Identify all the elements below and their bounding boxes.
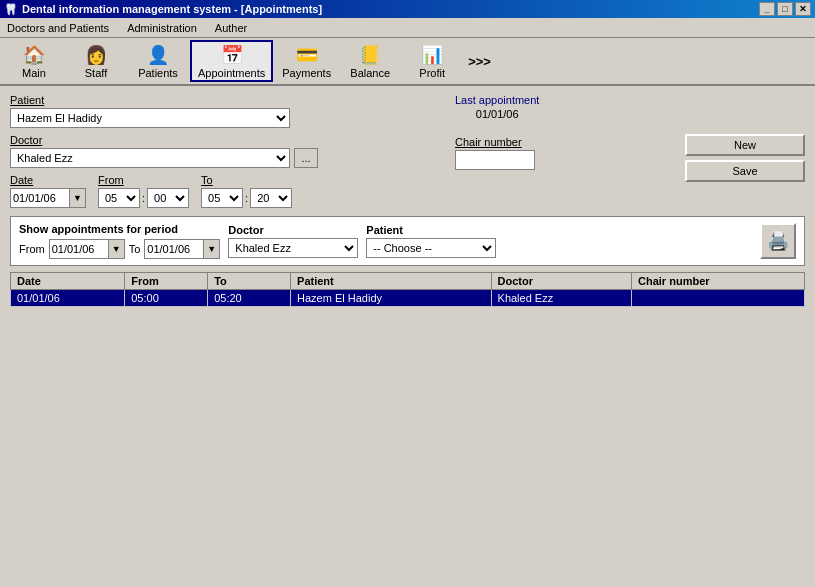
to-colon: : bbox=[245, 192, 248, 204]
staff-icon: 👩 bbox=[84, 43, 108, 66]
save-button[interactable]: Save bbox=[685, 160, 805, 182]
to-time-row: 05 : 20 bbox=[201, 188, 292, 208]
home-icon: 🏠 bbox=[22, 43, 46, 66]
col-chair: Chair number bbox=[632, 273, 805, 290]
appointments-table: Date From To Patient Doctor Chair number… bbox=[10, 272, 805, 307]
form-left: Patient Hazem El Hadidy Doctor Khaled Ez… bbox=[10, 94, 445, 208]
period-to-label: To bbox=[129, 243, 141, 255]
cell-to: 05:20 bbox=[208, 290, 291, 307]
period-from-input-wrap: ▼ bbox=[49, 239, 125, 259]
patient-select[interactable]: Hazem El Hadidy bbox=[10, 108, 290, 128]
period-from-arrow[interactable]: ▼ bbox=[109, 239, 125, 259]
title-bar-left: 🦷 Dental information management system -… bbox=[4, 3, 322, 16]
print-button[interactable]: 🖨️ bbox=[760, 223, 796, 259]
datetime-row: Date ▼ From 05 : 00 bbox=[10, 174, 445, 208]
table-header-row: Date From To Patient Doctor Chair number bbox=[11, 273, 805, 290]
to-hour-select[interactable]: 05 bbox=[201, 188, 243, 208]
period-patient-label: Patient bbox=[366, 224, 496, 236]
cell-from: 05:00 bbox=[125, 290, 208, 307]
minimize-button[interactable]: _ bbox=[759, 2, 775, 16]
chair-group: Chair number bbox=[455, 136, 535, 170]
payments-icon: 💳 bbox=[295, 43, 319, 66]
table-body: 01/01/0605:0005:20Hazem El HadidyKhaled … bbox=[11, 290, 805, 307]
cell-patient: Hazem El Hadidy bbox=[291, 290, 491, 307]
table-row[interactable]: 01/01/0605:0005:20Hazem El HadidyKhaled … bbox=[11, 290, 805, 307]
date-group: Date ▼ bbox=[10, 174, 86, 208]
menu-auther[interactable]: Auther bbox=[212, 21, 250, 35]
title-bar-text: Dental information management system - [… bbox=[22, 3, 322, 15]
table-header: Date From To Patient Doctor Chair number bbox=[11, 273, 805, 290]
toolbar-staff-button[interactable]: 👩 Staff bbox=[66, 40, 126, 82]
period-doctor-group: Doctor Khaled Ezz bbox=[228, 224, 358, 258]
toolbar-more-button[interactable]: >>> bbox=[464, 50, 495, 73]
period-patient-select[interactable]: -- Choose -- Hazem El Hadidy bbox=[366, 238, 496, 258]
toolbar-balance-button[interactable]: 📒 Balance bbox=[340, 40, 400, 82]
cell-chair bbox=[632, 290, 805, 307]
last-appt-label: Last appointment bbox=[455, 94, 539, 106]
form-actions: New Save bbox=[685, 94, 805, 208]
form-right: Last appointment 01/01/06 Chair number bbox=[455, 94, 675, 208]
date-dropdown-arrow[interactable]: ▼ bbox=[70, 188, 86, 208]
title-bar: 🦷 Dental information management system -… bbox=[0, 0, 815, 18]
doctor-select[interactable]: Khaled Ezz bbox=[10, 148, 290, 168]
maximize-button[interactable]: □ bbox=[777, 2, 793, 16]
close-button[interactable]: ✕ bbox=[795, 2, 811, 16]
period-label-group: Show appointments for period From ▼ To ▼ bbox=[19, 223, 220, 259]
doctor-group: Doctor Khaled Ezz ... bbox=[10, 134, 445, 168]
from-label: From bbox=[98, 174, 189, 186]
print-icon: 🖨️ bbox=[767, 230, 789, 252]
chair-label: Chair number bbox=[455, 136, 535, 148]
date-input[interactable] bbox=[10, 188, 70, 208]
to-min-select[interactable]: 20 bbox=[250, 188, 292, 208]
date-input-wrap: ▼ bbox=[10, 188, 86, 208]
toolbar-patients-label: Patients bbox=[138, 67, 178, 79]
app-icon: 🦷 bbox=[4, 3, 18, 16]
toolbar-main-button[interactable]: 🏠 Main bbox=[4, 40, 64, 82]
period-patient-group: Patient -- Choose -- Hazem El Hadidy bbox=[366, 224, 496, 258]
toolbar-payments-button[interactable]: 💳 Payments bbox=[275, 40, 338, 82]
from-time-row: 05 : 00 bbox=[98, 188, 189, 208]
period-to-input[interactable] bbox=[144, 239, 204, 259]
from-group: From 05 : 00 bbox=[98, 174, 189, 208]
toolbar-patients-button[interactable]: 👤 Patients bbox=[128, 40, 188, 82]
period-doctor-select[interactable]: Khaled Ezz bbox=[228, 238, 358, 258]
toolbar: 🏠 Main 👩 Staff 👤 Patients 📅 Appointments… bbox=[0, 38, 815, 86]
toolbar-appointments-button[interactable]: 📅 Appointments bbox=[190, 40, 273, 82]
col-patient: Patient bbox=[291, 273, 491, 290]
chair-input[interactable] bbox=[455, 150, 535, 170]
appointments-icon: 📅 bbox=[220, 44, 244, 66]
from-hour-select[interactable]: 05 bbox=[98, 188, 140, 208]
patients-icon: 👤 bbox=[146, 43, 170, 66]
period-from-label: From bbox=[19, 243, 45, 255]
col-to: To bbox=[208, 273, 291, 290]
to-label: To bbox=[201, 174, 292, 186]
period-to-arrow[interactable]: ▼ bbox=[204, 239, 220, 259]
cell-date: 01/01/06 bbox=[11, 290, 125, 307]
profit-icon: 📊 bbox=[420, 43, 444, 66]
doctor-row: Khaled Ezz ... bbox=[10, 148, 445, 168]
menu-administration[interactable]: Administration bbox=[124, 21, 200, 35]
doctor-dots-button[interactable]: ... bbox=[294, 148, 318, 168]
toolbar-payments-label: Payments bbox=[282, 67, 331, 79]
patient-group: Patient Hazem El Hadidy bbox=[10, 94, 445, 128]
doctor-label: Doctor bbox=[10, 134, 445, 146]
menu-doctors-patients[interactable]: Doctors and Patients bbox=[4, 21, 112, 35]
last-appt-value: 01/01/06 bbox=[455, 108, 539, 120]
to-group: To 05 : 20 bbox=[201, 174, 292, 208]
toolbar-profit-label: Profit bbox=[419, 67, 445, 79]
title-bar-controls[interactable]: _ □ ✕ bbox=[759, 2, 811, 16]
period-from-input[interactable] bbox=[49, 239, 109, 259]
cell-doctor: Khaled Ezz bbox=[491, 290, 631, 307]
toolbar-appointments-label: Appointments bbox=[198, 67, 265, 79]
period-search-section: Show appointments for period From ▼ To ▼… bbox=[10, 216, 805, 266]
new-button[interactable]: New bbox=[685, 134, 805, 156]
col-date: Date bbox=[11, 273, 125, 290]
from-min-select[interactable]: 00 bbox=[147, 188, 189, 208]
col-from: From bbox=[125, 273, 208, 290]
period-doctor-label: Doctor bbox=[228, 224, 358, 236]
toolbar-profit-button[interactable]: 📊 Profit bbox=[402, 40, 462, 82]
date-label: Date bbox=[10, 174, 86, 186]
form-section: Patient Hazem El Hadidy Doctor Khaled Ez… bbox=[10, 94, 805, 208]
period-to-input-wrap: ▼ bbox=[144, 239, 220, 259]
period-from-to: From ▼ To ▼ bbox=[19, 239, 220, 259]
